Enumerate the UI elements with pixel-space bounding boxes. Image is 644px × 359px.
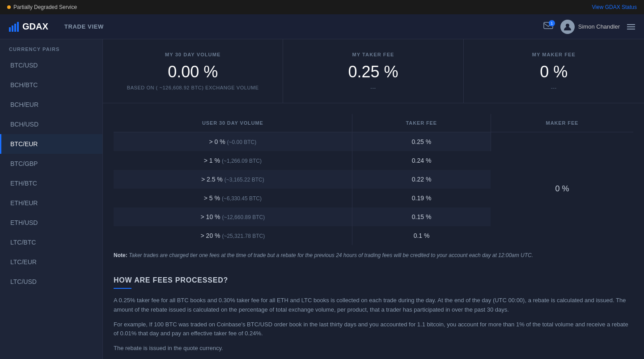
sidebar-item-bch-eur[interactable]: BCH/EUR (0, 95, 102, 114)
menu-line-1 (627, 24, 635, 25)
sidebar: CURRENCY PAIRS BTC/USDBCH/BTCBCH/EURBCH/… (0, 39, 103, 359)
sidebar-item-ltc-usd[interactable]: LTC/USD (0, 272, 102, 291)
note-label: Note: (114, 252, 127, 258)
menu-line-2 (627, 26, 635, 27)
volume-label: MY 30 DAY VOLUME (114, 52, 272, 57)
view-status-link[interactable]: View GDAX Status (592, 4, 637, 10)
fee-stat-maker: MY MAKER FEE 0 % --- (464, 39, 644, 103)
volume-cell: > 5 % (~6,330.45 BTC) (114, 189, 352, 207)
user-info: Simon Chandler (560, 20, 620, 34)
status-dot (7, 5, 11, 9)
fee-note: Note: Taker trades are charged tier one … (103, 245, 644, 266)
volume-cell: > 10 % (~12,660.89 BTC) (114, 207, 352, 226)
volume-cell: > 2.5 % (~3,165.22 BTC) (114, 170, 352, 189)
sidebar-item-bch-btc[interactable]: BCH/BTC (0, 75, 102, 95)
volume-value: 0.00 % (114, 63, 272, 81)
taker-fee-cell: 0.24 % (352, 151, 491, 170)
volume-cell: > 0 % (~0.00 BTC) (114, 132, 352, 152)
sidebar-item-eth-btc[interactable]: ETH/BTC (0, 173, 102, 193)
logo-bar-4 (17, 22, 19, 32)
fee-stats: MY 30 DAY VOLUME 0.00 % BASED ON ( ~126,… (103, 39, 644, 103)
fee-stat-taker: MY TAKER FEE 0.25 % --- (283, 39, 463, 103)
layout: CURRENCY PAIRS BTC/USDBCH/BTCBCH/EURBCH/… (0, 39, 644, 359)
col-volume: USER 30 DAY VOLUME (114, 114, 352, 132)
logo-bar-1 (9, 27, 11, 32)
maker-label: MY MAKER FEE (475, 52, 633, 57)
taker-fee-cell: 0.25 % (352, 132, 491, 152)
how-fees-para-1: For example, If 100 BTC was traded on Co… (114, 320, 633, 339)
sidebar-item-eth-usd[interactable]: ETH/USD (0, 213, 102, 232)
sidebar-item-ltc-btc[interactable]: LTC/BTC (0, 232, 102, 252)
sidebar-items: BTC/USDBCH/BTCBCH/EURBCH/USDBTC/EURBTC/G… (0, 55, 102, 291)
taker-fee-cell: 0.15 % (352, 207, 491, 226)
how-fees-title: HOW ARE FEES PROCESSED? (114, 276, 633, 284)
taker-label: MY TAKER FEE (294, 52, 452, 57)
taker-fee-cell: 0.1 % (352, 226, 491, 245)
status-text: Partially Degraded Service (13, 4, 77, 10)
logo[interactable]: GDAX (9, 21, 48, 32)
status-bar: Partially Degraded Service View GDAX Sta… (0, 0, 644, 14)
maker-fee-cell: 0 % (491, 132, 633, 245)
fee-stat-volume: MY 30 DAY VOLUME 0.00 % BASED ON ( ~126,… (103, 39, 283, 103)
volume-cell: > 1 % (~1,266.09 BTC) (114, 151, 352, 170)
taker-fee-cell: 0.22 % (352, 170, 491, 189)
volume-sub: BASED ON ( ~126,608.92 BTC) EXCHANGE VOL… (114, 85, 272, 90)
header-right: 1 Simon Chandler (543, 20, 635, 34)
menu-icon[interactable] (627, 24, 635, 30)
trade-view-link[interactable]: TRADE VIEW (59, 23, 109, 30)
logo-icon (9, 22, 19, 32)
col-taker: TAKER FEE (352, 114, 491, 132)
taker-value: 0.25 % (294, 63, 452, 81)
user-name: Simon Chandler (578, 23, 620, 30)
how-fees-divider (114, 288, 131, 289)
message-badge: 1 (549, 20, 555, 26)
logo-bar-2 (12, 25, 13, 32)
header: GDAX TRADE VIEW 1 Simon Chandler (0, 14, 644, 39)
sidebar-item-bch-usd[interactable]: BCH/USD (0, 114, 102, 134)
message-icon[interactable]: 1 (543, 22, 553, 32)
logo-text: GDAX (22, 21, 48, 32)
note-text: Taker trades are charged tier one fees a… (129, 252, 533, 258)
how-fees-section: HOW ARE FEES PROCESSED? A 0.25% taker fe… (103, 266, 644, 359)
how-fees-para-2: The rebate is issued in the quote curren… (114, 344, 633, 353)
volume-cell: > 20 % (~25,321.78 BTC) (114, 226, 352, 245)
table-row: > 0 % (~0.00 BTC)0.25 %0 % (114, 132, 633, 152)
sidebar-item-btc-usd[interactable]: BTC/USD (0, 55, 102, 75)
fee-table-section: USER 30 DAY VOLUME TAKER FEE MAKER FEE >… (103, 103, 644, 245)
sidebar-header: CURRENCY PAIRS (0, 39, 102, 55)
sidebar-item-btc-eur[interactable]: BTC/EUR (0, 134, 102, 154)
sidebar-item-btc-gbp[interactable]: BTC/GBP (0, 154, 102, 173)
main-content: MY 30 DAY VOLUME 0.00 % BASED ON ( ~126,… (103, 39, 644, 359)
taker-fee-cell: 0.19 % (352, 189, 491, 207)
fee-table-body: > 0 % (~0.00 BTC)0.25 %0 %> 1 % (~1,266.… (114, 132, 633, 245)
avatar (560, 20, 575, 34)
maker-value: 0 % (475, 63, 633, 81)
svg-point-1 (566, 24, 569, 27)
logo-bar-3 (14, 24, 16, 32)
how-fees-paragraphs: A 0.25% taker fee for all BTC books and … (114, 296, 633, 353)
col-maker: MAKER FEE (491, 114, 633, 132)
taker-sub: --- (294, 85, 452, 90)
menu-line-3 (627, 29, 635, 30)
sidebar-item-ltc-eur[interactable]: LTC/EUR (0, 252, 102, 272)
maker-sub: --- (475, 85, 633, 90)
fee-table: USER 30 DAY VOLUME TAKER FEE MAKER FEE >… (114, 114, 633, 245)
how-fees-para-0: A 0.25% taker fee for all BTC books and … (114, 296, 633, 315)
sidebar-item-eth-eur[interactable]: ETH/EUR (0, 193, 102, 213)
